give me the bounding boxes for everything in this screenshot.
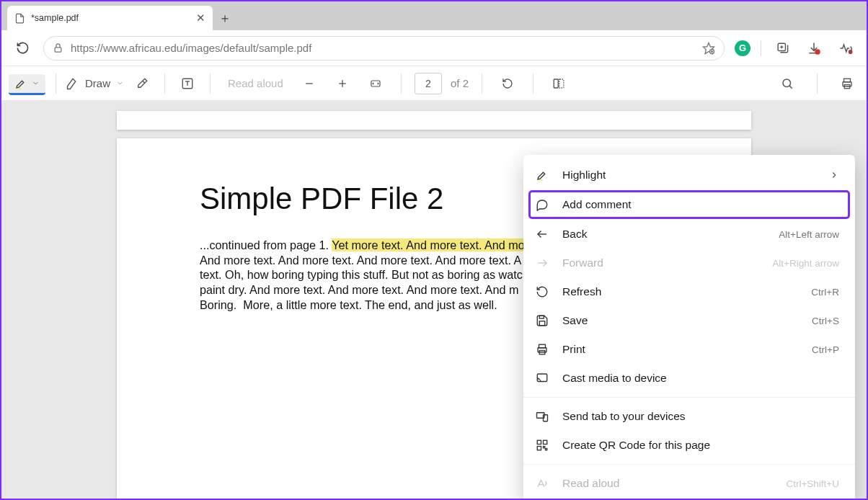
ctx-qr[interactable]: Create QR Code for this page	[523, 431, 855, 460]
separator	[401, 73, 402, 94]
svg-rect-40	[537, 440, 541, 444]
separator	[164, 73, 165, 94]
ctx-shortcut: Ctrl+S	[812, 316, 839, 326]
toolbar-right: G !	[735, 37, 856, 59]
ctx-save[interactable]: Save Ctrl+S	[523, 306, 855, 335]
body-prefix: ...continued from page 1.	[200, 238, 332, 251]
ctx-label: Back	[562, 228, 587, 241]
body-rest: And more text. And more text. And more t…	[200, 254, 574, 311]
erase-tool-button[interactable]	[130, 71, 154, 96]
browser-tab[interactable]: *sample.pdf ✕	[7, 6, 213, 30]
print-button[interactable]	[835, 71, 859, 96]
back-arrow-icon	[535, 228, 549, 241]
chevron-down-icon	[32, 79, 40, 87]
address-bar-row: https://www.africau.edu/images/default/s…	[1, 30, 867, 66]
print-icon	[535, 343, 549, 356]
svg-rect-37	[537, 374, 547, 382]
performance-icon[interactable]: !	[835, 37, 856, 59]
svg-rect-42	[537, 447, 541, 450]
ctx-add-comment[interactable]: Add comment	[529, 191, 849, 218]
pdf-toolbar: Draw Read aloud of 2	[1, 66, 867, 101]
find-button[interactable]	[775, 71, 800, 96]
comment-icon	[535, 198, 549, 211]
cast-icon	[535, 372, 549, 385]
favorite-icon[interactable]	[702, 42, 715, 55]
svg-rect-13	[17, 88, 22, 89]
ctx-print[interactable]: Print Ctrl+P	[523, 335, 855, 364]
separator	[761, 40, 761, 56]
refresh-icon	[535, 285, 549, 298]
lock-icon	[53, 43, 63, 53]
chevron-down-icon	[116, 79, 124, 87]
ctx-label: Highlight	[562, 169, 606, 182]
ctx-cast[interactable]: Cast media to device	[523, 364, 855, 393]
ctx-label: Refresh	[562, 285, 601, 298]
tab-strip: *sample.pdf ✕ ＋	[1, 1, 867, 30]
close-tab-icon[interactable]: ✕	[196, 12, 205, 24]
svg-rect-26	[844, 79, 851, 82]
page-number-input[interactable]	[415, 73, 442, 94]
svg-rect-43	[544, 447, 545, 448]
file-icon	[14, 13, 25, 24]
highlight-tool-button[interactable]	[9, 74, 45, 95]
context-menu: Highlight Add comment Back Alt+Left arro…	[523, 155, 855, 500]
svg-text:!: !	[850, 50, 851, 53]
page-total-label: of 2	[451, 77, 469, 89]
ctx-shortcut: Alt+Right arrow	[772, 258, 839, 269]
read-aloud-icon	[535, 477, 549, 490]
svg-rect-41	[544, 440, 547, 444]
svg-line-14	[143, 81, 145, 83]
text-tool-button[interactable]	[175, 71, 200, 96]
zoom-page-controls: of 2	[297, 71, 571, 96]
draw-label: Draw	[85, 77, 110, 89]
rotate-button[interactable]	[495, 71, 520, 96]
page-view-button[interactable]	[546, 71, 571, 96]
devices-icon	[535, 410, 549, 423]
separator	[56, 73, 56, 94]
separator	[817, 73, 818, 94]
menu-separator	[523, 397, 855, 398]
new-tab-button[interactable]: ＋	[213, 6, 237, 30]
ctx-back[interactable]: Back Alt+Left arrow	[523, 220, 855, 249]
chevron-right-icon	[829, 170, 839, 180]
separator	[210, 73, 211, 94]
svg-rect-32	[539, 316, 544, 318]
ctx-label: Create QR Code for this page	[562, 439, 710, 452]
read-aloud-button[interactable]: Read aloud	[228, 77, 283, 89]
url-text: https://www.africau.edu/images/default/s…	[71, 42, 311, 54]
qr-icon	[535, 439, 549, 452]
fit-width-button[interactable]	[363, 71, 388, 96]
ctx-label: Cast media to device	[562, 372, 667, 385]
collections-icon[interactable]	[771, 37, 793, 59]
zoom-out-button[interactable]	[297, 71, 322, 96]
ctx-forward: Forward Alt+Right arrow	[523, 249, 855, 277]
ctx-read-aloud: Read aloud Ctrl+Shift+U	[523, 469, 855, 498]
ctx-shortcut: Alt+Left arrow	[779, 229, 839, 240]
zoom-in-button[interactable]	[330, 71, 355, 96]
save-icon	[535, 314, 549, 327]
forward-arrow-icon	[535, 256, 549, 269]
ctx-shortcut: Ctrl+P	[812, 344, 839, 355]
ctx-label: Read aloud	[562, 477, 619, 490]
tab-title: *sample.pdf	[31, 13, 79, 23]
highlighter-icon	[535, 169, 549, 182]
reload-button[interactable]	[12, 37, 33, 59]
svg-rect-23	[559, 79, 564, 88]
url-box[interactable]: https://www.africau.edu/images/default/s…	[43, 36, 725, 61]
svg-rect-44	[546, 449, 547, 450]
grammarly-icon[interactable]: G	[735, 40, 750, 56]
downloads-icon[interactable]	[803, 37, 825, 59]
pdf-page-prev	[117, 111, 751, 130]
ctx-highlight[interactable]: Highlight	[523, 161, 855, 189]
svg-rect-0	[55, 48, 61, 52]
ctx-refresh[interactable]: Refresh Ctrl+R	[523, 277, 855, 306]
ctx-shortcut: Ctrl+R	[811, 287, 839, 298]
pdf-toolbar-right	[775, 71, 859, 96]
ctx-shortcut: Ctrl+Shift+U	[786, 478, 839, 489]
separator	[482, 73, 482, 94]
svg-rect-29	[539, 179, 543, 181]
draw-tool[interactable]: Draw	[66, 77, 124, 90]
ctx-label: Print	[562, 343, 585, 356]
svg-point-10	[815, 49, 820, 55]
ctx-send-tab[interactable]: Send tab to your devices	[523, 402, 855, 431]
